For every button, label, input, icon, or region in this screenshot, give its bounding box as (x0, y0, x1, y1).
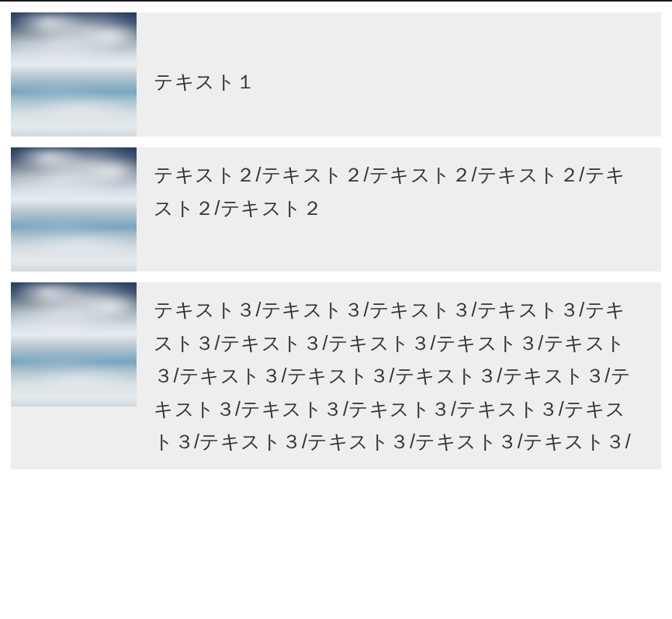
thumbnail-image (11, 12, 137, 137)
item-content: テキスト２/テキスト２/テキスト２/テキスト２/テキスト２/テキスト２ (137, 147, 661, 235)
item-list: テキスト１ テキスト２/テキスト２/テキスト２/テキスト２/テキスト２/テキスト… (0, 12, 672, 469)
item-text: テキスト２/テキスト２/テキスト２/テキスト２/テキスト２/テキスト２ (154, 158, 644, 224)
item-text: テキスト１ (154, 65, 256, 99)
list-item[interactable]: テキスト１ (11, 12, 661, 137)
list-item[interactable]: テキスト３/テキスト３/テキスト３/テキスト３/テキスト３/テキスト３/テキスト… (11, 282, 661, 469)
item-content: テキスト１ (137, 12, 661, 109)
item-text: テキスト３/テキスト３/テキスト３/テキスト３/テキスト３/テキスト３/テキスト… (154, 293, 644, 458)
list-item[interactable]: テキスト２/テキスト２/テキスト２/テキスト２/テキスト２/テキスト２ (11, 147, 661, 271)
thumbnail-image (11, 282, 137, 406)
thumbnail-image (11, 147, 137, 271)
item-content: テキスト３/テキスト３/テキスト３/テキスト３/テキスト３/テキスト３/テキスト… (137, 282, 661, 469)
